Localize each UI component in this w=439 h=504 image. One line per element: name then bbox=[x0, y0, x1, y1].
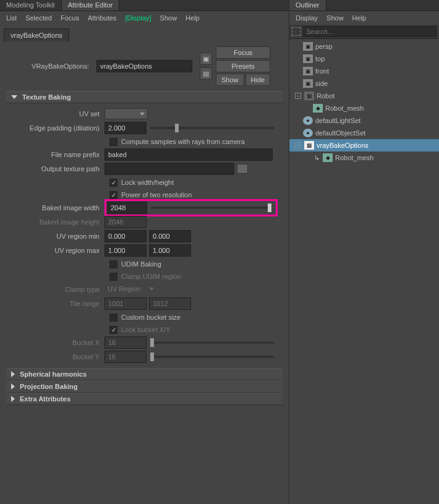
node-tab-vraybakeoptions[interactable]: vrayBakeOptions bbox=[4, 28, 69, 41]
uvmax-y-input[interactable] bbox=[149, 244, 191, 257]
tree-item-front[interactable]: ▣ front bbox=[289, 65, 439, 77]
outliner-menu-help[interactable]: Help bbox=[352, 14, 367, 22]
tree-item-top[interactable]: ▣ top bbox=[289, 53, 439, 65]
menu-show[interactable]: Show bbox=[160, 14, 177, 22]
tree-item-persp[interactable]: ▣ persp bbox=[289, 40, 439, 53]
set-icon: ● bbox=[303, 116, 313, 125]
outliner-search-input[interactable] bbox=[303, 26, 437, 37]
search-scope-icon[interactable] bbox=[292, 27, 300, 36]
baked-width-highlight bbox=[104, 199, 278, 216]
camera-icon: ▣ bbox=[303, 54, 313, 63]
lock-wh-checkbox[interactable] bbox=[109, 179, 117, 187]
mesh-icon: ◆ bbox=[313, 104, 323, 113]
baked-width-input[interactable] bbox=[107, 202, 147, 214]
section-texture-baking[interactable]: Texture Baking bbox=[6, 91, 283, 103]
clamp-udim-checkbox[interactable] bbox=[109, 273, 117, 281]
tile-b-input bbox=[149, 297, 191, 310]
lock-bucket-checkbox[interactable] bbox=[109, 326, 117, 334]
menu-focus[interactable]: Focus bbox=[61, 14, 79, 22]
uvmin-x-input[interactable] bbox=[104, 230, 147, 242]
menu-list[interactable]: List bbox=[6, 14, 17, 22]
camera-icon: ▣ bbox=[303, 79, 313, 88]
chevron-right-icon bbox=[11, 383, 15, 390]
section-spherical[interactable]: Spherical harmonics bbox=[6, 368, 283, 380]
section-projection[interactable]: Projection Baking bbox=[6, 380, 283, 393]
set-icon: ● bbox=[303, 129, 313, 137]
output-path-input[interactable] bbox=[104, 163, 234, 175]
clamp-type-dropdown bbox=[148, 284, 156, 295]
compute-samples-checkbox[interactable] bbox=[109, 138, 117, 146]
vray-icon: ▩ bbox=[304, 141, 314, 150]
edge-padding-input[interactable] bbox=[104, 122, 147, 134]
bucket-y-slider bbox=[150, 356, 274, 358]
expand-icon[interactable]: - bbox=[295, 142, 301, 148]
tile-a-input bbox=[104, 297, 147, 310]
menu-display[interactable]: Display bbox=[125, 14, 151, 22]
show-button[interactable]: Show bbox=[216, 74, 244, 86]
tab-outliner[interactable]: Outliner bbox=[289, 0, 326, 11]
folder-icon[interactable] bbox=[237, 164, 248, 174]
menu-attributes[interactable]: Attributes bbox=[88, 14, 116, 22]
tab-modeling-toolkit[interactable]: Modeling Toolkit bbox=[0, 0, 62, 11]
custom-bucket-checkbox[interactable] bbox=[109, 314, 117, 322]
menu-selected[interactable]: Selected bbox=[25, 14, 52, 22]
filename-prefix-input[interactable] bbox=[104, 148, 273, 161]
outliner-menu-display[interactable]: Display bbox=[296, 14, 318, 22]
expand-icon[interactable]: - bbox=[295, 93, 301, 99]
input-output-icon[interactable]: ▤ bbox=[200, 67, 212, 80]
edge-padding-slider[interactable] bbox=[150, 127, 274, 129]
chevron-right-icon bbox=[11, 396, 15, 402]
tree-item-defaultlightset[interactable]: ● defaultLightSet bbox=[289, 114, 439, 127]
baked-width-slider[interactable] bbox=[151, 207, 271, 209]
camera-icon: ▣ bbox=[303, 67, 313, 75]
uvmin-y-input[interactable] bbox=[149, 230, 191, 242]
hide-button[interactable]: Hide bbox=[245, 74, 271, 86]
link-arrow-icon: ↳ bbox=[313, 154, 320, 162]
tree-item-robot-mesh[interactable]: ◆ Robot_mesh bbox=[289, 102, 439, 114]
tree-item-robot[interactable]: - ▦ Robot bbox=[289, 90, 439, 102]
tree-item-defaultobjectset[interactable]: ● defaultObjectSet bbox=[289, 127, 439, 139]
baked-height-input bbox=[104, 216, 147, 228]
bucket-x-input bbox=[104, 336, 147, 349]
chevron-down-icon bbox=[11, 95, 17, 99]
udim-checkbox[interactable] bbox=[109, 260, 117, 268]
bucket-x-slider bbox=[150, 341, 274, 344]
tab-attribute-editor[interactable]: Attribute Editor bbox=[62, 0, 120, 11]
uvset-dropdown[interactable] bbox=[104, 108, 148, 119]
camera-icon: ▣ bbox=[303, 42, 313, 51]
uvmax-x-input[interactable] bbox=[104, 244, 147, 257]
clamp-type-value: UV Region bbox=[104, 283, 148, 296]
power2-checkbox[interactable] bbox=[109, 191, 117, 199]
tree-item-vraybakeoptions[interactable]: - ▩ vrayBakeOptions bbox=[289, 139, 439, 152]
tree-item-vray-child[interactable]: ↳ ◆ Robot_mesh bbox=[289, 152, 439, 164]
focus-button[interactable]: Focus bbox=[216, 46, 270, 59]
input-node-name[interactable] bbox=[96, 60, 192, 72]
select-focus-icon[interactable]: ▣ bbox=[200, 53, 212, 65]
mesh-icon: ◆ bbox=[323, 153, 333, 162]
bucket-y-input bbox=[104, 351, 147, 363]
transform-icon: ▦ bbox=[304, 92, 314, 100]
tree-item-side[interactable]: ▣ side bbox=[289, 77, 439, 90]
outliner-menu-show[interactable]: Show bbox=[326, 14, 344, 22]
chevron-right-icon bbox=[11, 371, 15, 377]
label-vraybakeoptions: VRayBakeOptions: bbox=[6, 62, 93, 70]
presets-button[interactable]: Presets bbox=[216, 60, 270, 72]
menu-help[interactable]: Help bbox=[185, 14, 200, 22]
section-extra[interactable]: Extra Attributes bbox=[6, 393, 283, 405]
